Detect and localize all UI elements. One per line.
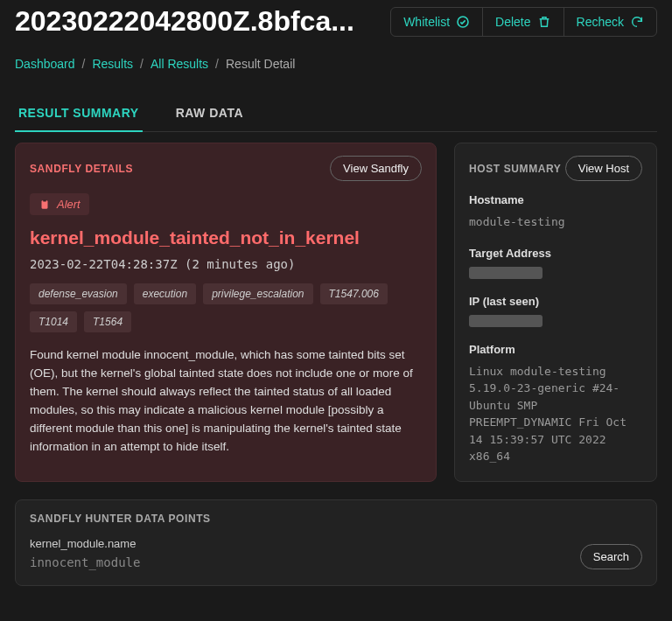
data-point-key: kernel_module.name bbox=[30, 537, 566, 550]
tags-list: defense_evasionexecutionprivilege_escala… bbox=[30, 283, 422, 332]
trash-icon bbox=[537, 15, 551, 29]
platform-label: Platform bbox=[469, 343, 642, 356]
svg-rect-2 bbox=[43, 199, 46, 201]
host-summary-panel: HOST SUMMARY View Host Hostname module-t… bbox=[454, 143, 657, 482]
alert-badge: Alert bbox=[30, 193, 89, 215]
tag[interactable]: execution bbox=[134, 283, 196, 304]
main-content: SANDFLY DETAILS View Sandfly Alert kerne… bbox=[15, 143, 657, 482]
hunter-data-points-panel: SANDFLY HUNTER DATA POINTS kernel_module… bbox=[15, 499, 657, 586]
platform-value: Linux module-testing 5.19.0-23-generic #… bbox=[469, 363, 642, 465]
page-header: 20230222042800Z.8bfca... Whitelist Delet… bbox=[15, 0, 657, 38]
breadcrumb: Dashboard / Results / All Results / Resu… bbox=[15, 57, 657, 71]
hostname-value: module-testing bbox=[469, 213, 642, 231]
breadcrumb-results[interactable]: Results bbox=[92, 57, 133, 71]
finding-description: Found kernel module innocent_module, whi… bbox=[30, 346, 422, 457]
whitelist-button[interactable]: Whitelist bbox=[391, 8, 483, 36]
clipboard-icon bbox=[38, 199, 51, 211]
ip-label: IP (last seen) bbox=[469, 295, 642, 308]
tag[interactable]: privilege_escalation bbox=[203, 283, 312, 304]
data-point-value: innocent_module bbox=[30, 555, 566, 569]
breadcrumb-sep: / bbox=[215, 57, 219, 71]
field-target-address: Target Address bbox=[469, 247, 642, 279]
breadcrumb-current: Result Detail bbox=[226, 57, 295, 71]
host-panel-header: HOST SUMMARY View Host bbox=[469, 156, 642, 181]
target-address-label: Target Address bbox=[469, 247, 642, 260]
tag[interactable]: defense_evasion bbox=[30, 283, 127, 304]
view-sandfly-button[interactable]: View Sandfly bbox=[330, 156, 422, 181]
delete-label: Delete bbox=[495, 15, 530, 29]
tabs: RESULT SUMMARY RAW DATA bbox=[15, 97, 657, 132]
hostname-label: Hostname bbox=[469, 193, 642, 206]
tag[interactable]: T1564 bbox=[84, 311, 131, 332]
target-address-redacted bbox=[469, 267, 542, 279]
finding-name: kernel_module_tainted_not_in_kernel bbox=[30, 227, 422, 248]
whitelist-label: Whitelist bbox=[403, 15, 450, 29]
tag[interactable]: T1547.006 bbox=[320, 283, 388, 304]
delete-button[interactable]: Delete bbox=[483, 8, 564, 36]
page-title: 20230222042800Z.8bfca... bbox=[15, 5, 380, 38]
host-panel-title: HOST SUMMARY bbox=[469, 163, 561, 175]
tag[interactable]: T1014 bbox=[30, 311, 77, 332]
view-host-button[interactable]: View Host bbox=[565, 156, 642, 181]
breadcrumb-sep: / bbox=[82, 57, 86, 71]
header-actions: Whitelist Delete Recheck bbox=[390, 7, 657, 37]
field-platform: Platform Linux module-testing 5.19.0-23-… bbox=[469, 343, 642, 465]
finding-timestamp: 2023-02-22T04:28:37Z (2 minutes ago) bbox=[30, 257, 422, 271]
hunter-panel-title: SANDFLY HUNTER DATA POINTS bbox=[30, 513, 642, 525]
alert-badge-label: Alert bbox=[57, 198, 80, 211]
breadcrumb-all-results[interactable]: All Results bbox=[150, 57, 208, 71]
data-point-row: kernel_module.name innocent_module Searc… bbox=[30, 537, 642, 569]
field-ip: IP (last seen) bbox=[469, 295, 642, 327]
tab-raw-data[interactable]: RAW DATA bbox=[172, 97, 247, 132]
breadcrumb-sep: / bbox=[140, 57, 144, 71]
ip-redacted bbox=[469, 315, 542, 327]
tab-result-summary[interactable]: RESULT SUMMARY bbox=[15, 97, 143, 132]
check-circle-icon bbox=[456, 15, 470, 29]
sandfly-details-panel: SANDFLY DETAILS View Sandfly Alert kerne… bbox=[15, 143, 437, 482]
recheck-button[interactable]: Recheck bbox=[564, 8, 656, 36]
recheck-label: Recheck bbox=[577, 15, 624, 29]
breadcrumb-dashboard[interactable]: Dashboard bbox=[15, 57, 75, 71]
field-hostname: Hostname module-testing bbox=[469, 193, 642, 231]
search-button[interactable]: Search bbox=[580, 544, 642, 569]
sandfly-panel-header: SANDFLY DETAILS View Sandfly bbox=[30, 156, 422, 181]
data-point: kernel_module.name innocent_module bbox=[30, 537, 566, 569]
sandfly-panel-title: SANDFLY DETAILS bbox=[30, 163, 133, 175]
refresh-icon bbox=[630, 15, 644, 29]
svg-rect-1 bbox=[42, 200, 48, 208]
